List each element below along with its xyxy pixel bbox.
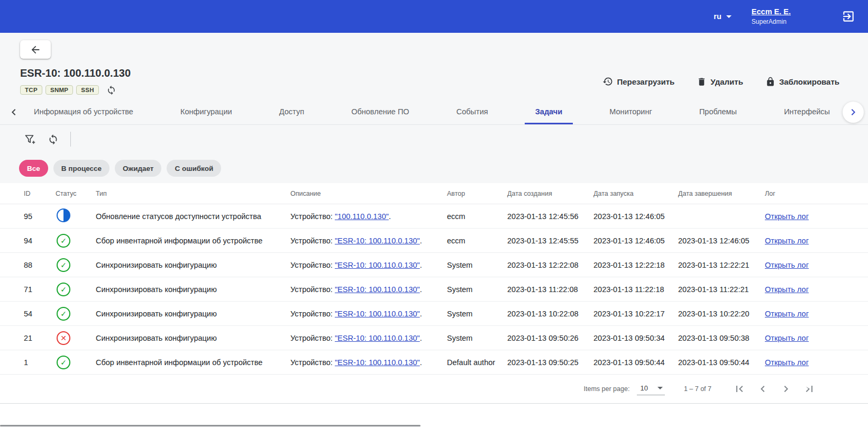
tab-monitoring[interactable]: Мониторинг xyxy=(599,100,662,124)
column-header-finished: Дата завершения xyxy=(678,190,765,197)
language-selector[interactable]: ru xyxy=(714,12,732,21)
items-per-page-select[interactable]: 10 xyxy=(637,383,664,395)
task-started: 2023-01-13 12:46:05 xyxy=(593,212,678,221)
previous-page-button[interactable] xyxy=(753,379,773,399)
logout-button[interactable] xyxy=(842,10,855,23)
tab-tasks[interactable]: Задачи xyxy=(525,100,573,124)
task-finished: 2023-01-13 12:22:21 xyxy=(678,261,765,269)
device-link[interactable]: "ESR-10: 100.110.0.130" xyxy=(335,334,420,342)
filter-add-icon xyxy=(23,133,36,146)
open-log-link[interactable]: Открыть лог xyxy=(765,237,809,245)
task-finished: 2023-01-13 09:50:38 xyxy=(678,334,765,342)
pagination-nav xyxy=(729,379,819,399)
restart-label: Перезагрузить xyxy=(617,77,674,86)
open-log-link[interactable]: Открыть лог xyxy=(765,334,809,342)
task-id: 88 xyxy=(24,261,56,269)
bottom-spacer xyxy=(0,403,868,427)
tasks-table: ID Статус Тип Описание Автор Дата создан… xyxy=(0,183,868,375)
first-page-icon xyxy=(733,383,746,395)
table-body: 95 Обновление статусов доступности устро… xyxy=(0,204,868,375)
column-header-status: Статус xyxy=(56,190,96,197)
description-prefix: Устройство: xyxy=(290,310,333,318)
open-log-link[interactable]: Открыть лог xyxy=(765,261,809,269)
task-started: 2023-01-13 09:50:44 xyxy=(593,358,678,367)
task-started: 2023-01-13 09:50:34 xyxy=(593,334,678,342)
task-type: Синхронизировать конфигурацию xyxy=(96,261,290,269)
description-suffix: . xyxy=(389,212,391,221)
task-id: 95 xyxy=(24,212,56,221)
task-id: 71 xyxy=(24,285,56,294)
tab-problems[interactable]: Проблемы xyxy=(689,100,747,124)
protocol-tags: TCP SNMP SSH xyxy=(20,84,131,96)
tab-interfaces[interactable]: Интерфейсы xyxy=(773,100,840,124)
sync-protocols-button[interactable] xyxy=(106,85,116,95)
first-page-button[interactable] xyxy=(729,379,750,399)
status-cell xyxy=(56,356,96,369)
chevron-right-icon xyxy=(780,383,792,395)
description-prefix: Устройство: xyxy=(290,285,333,294)
status-cell xyxy=(56,258,96,272)
status-cell xyxy=(56,283,96,296)
device-link[interactable]: "100.110.0.130" xyxy=(335,212,389,221)
task-finished: 2023-01-13 11:22:21 xyxy=(678,285,765,294)
device-actions: Перезагрузить Удалить Заблокировать xyxy=(602,76,839,87)
refresh-tasks-button[interactable] xyxy=(48,134,59,145)
filter-chip-error[interactable]: С ошибкой xyxy=(167,160,221,177)
status-success-icon xyxy=(57,307,70,321)
tab-access[interactable]: Доступ xyxy=(269,100,315,124)
toolbar-divider xyxy=(70,132,71,147)
tab-events[interactable]: События xyxy=(446,100,499,124)
delete-device-button[interactable]: Удалить xyxy=(697,77,743,87)
task-finished: 2023-01-13 10:22:20 xyxy=(678,310,765,318)
logout-icon xyxy=(842,10,855,23)
restart-device-button[interactable]: Перезагрузить xyxy=(602,76,674,87)
open-log-link[interactable]: Открыть лог xyxy=(765,285,809,294)
filter-chip-waiting[interactable]: Ожидает xyxy=(115,160,161,177)
device-link[interactable]: "ESR-10: 100.110.0.130" xyxy=(335,310,420,318)
sync-icon xyxy=(106,85,116,95)
tab-bar: Информация об устройстве Конфигурации До… xyxy=(0,100,868,125)
open-log-link[interactable]: Открыть лог xyxy=(765,212,809,221)
device-link[interactable]: "ESR-10: 100.110.0.130" xyxy=(335,237,420,245)
user-menu[interactable]: Eccm E. E. SuperAdmin xyxy=(752,7,791,25)
tab-configurations[interactable]: Конфигурации xyxy=(170,100,243,124)
topbar: ru Eccm E. E. SuperAdmin xyxy=(0,0,868,33)
tab-device-info[interactable]: Информация об устройстве xyxy=(23,100,144,124)
task-author: System xyxy=(447,334,507,342)
device-link[interactable]: "ESR-10: 100.110.0.130" xyxy=(335,285,420,294)
status-success-icon xyxy=(57,258,70,272)
user-name-link[interactable]: Eccm E. E. xyxy=(752,7,791,16)
open-log-link[interactable]: Открыть лог xyxy=(765,358,809,367)
column-header-description: Описание xyxy=(290,190,447,197)
last-page-button[interactable] xyxy=(799,379,819,399)
description-prefix: Устройство: xyxy=(290,212,333,221)
open-log-link[interactable]: Открыть лог xyxy=(765,310,809,318)
filter-chip-in-progress[interactable]: В процессе xyxy=(53,160,109,177)
next-page-button[interactable] xyxy=(776,379,796,399)
filter-chip-all[interactable]: Все xyxy=(19,160,48,177)
back-button[interactable] xyxy=(20,40,51,59)
tabs-scroll-left-button[interactable] xyxy=(4,100,23,124)
description-suffix: . xyxy=(420,237,422,245)
horizontal-scrollbar[interactable] xyxy=(0,425,421,426)
block-device-button[interactable]: Заблокировать xyxy=(765,77,839,87)
device-link[interactable]: "ESR-10: 100.110.0.130" xyxy=(335,358,420,367)
column-header-type: Тип xyxy=(96,190,290,197)
tabs-scroll-right-button[interactable] xyxy=(843,102,864,123)
task-finished: 2023-01-13 09:50:44 xyxy=(678,358,765,367)
chevron-left-icon xyxy=(756,383,769,395)
task-author: System xyxy=(447,261,507,269)
task-id: 94 xyxy=(24,237,56,245)
task-started: 2023-01-13 12:22:18 xyxy=(593,261,678,269)
task-type: Обновление статусов доступности устройст… xyxy=(96,212,290,221)
column-header-log: Лог xyxy=(765,190,844,197)
task-started: 2023-01-13 10:22:17 xyxy=(593,310,678,318)
language-label: ru xyxy=(714,12,721,21)
tab-firmware-update[interactable]: Обновление ПО xyxy=(341,100,419,124)
task-type: Синхронизировать конфигурацию xyxy=(96,310,290,318)
task-created: 2023-01-13 10:22:08 xyxy=(507,310,593,318)
column-header-created: Дата создания xyxy=(507,190,593,197)
status-error-icon xyxy=(57,331,70,345)
add-filter-button[interactable] xyxy=(23,133,36,146)
device-link[interactable]: "ESR-10: 100.110.0.130" xyxy=(335,261,420,269)
